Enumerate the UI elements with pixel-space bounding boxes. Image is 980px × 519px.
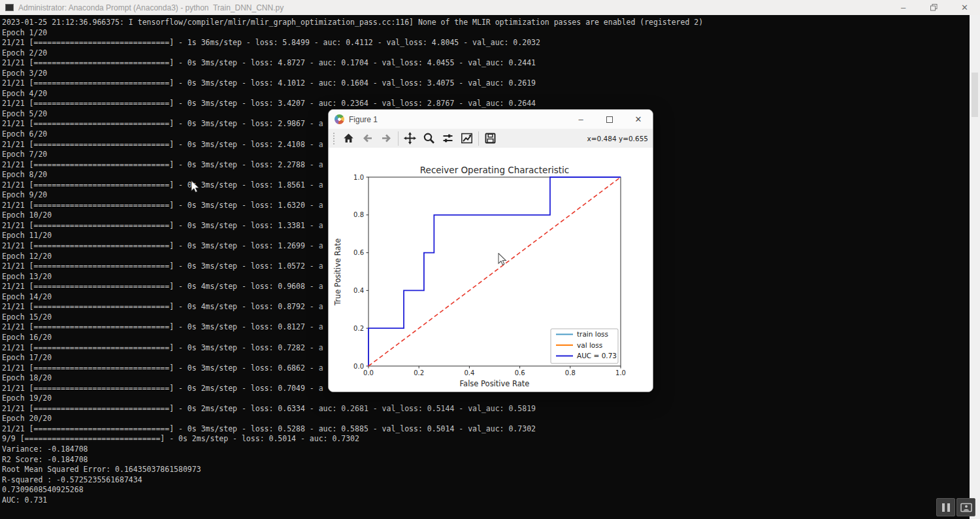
console-scrollbar[interactable] (970, 15, 980, 519)
legend-label: val loss (577, 341, 602, 349)
roc-plot: Receiver Operating Characteristic 0.00.2… (329, 148, 653, 392)
terminal-line: Epoch 19/20 (2, 393, 970, 404)
pause-icon (942, 503, 945, 512)
y-tick-label: 0.2 (353, 325, 364, 332)
terminal-line: Epoch 1/20 (2, 28, 970, 39)
x-tick-label: 0.0 (363, 369, 374, 377)
minimize-button[interactable]: – (888, 0, 919, 15)
restore-button[interactable] (919, 0, 949, 15)
legend-label: AUC = 0.73 (577, 352, 617, 360)
figure-window: Figure 1 – ✕ (328, 109, 653, 392)
terminal-line: 0.7309608540925268 (2, 485, 970, 495)
figure-close-button[interactable]: ✕ (624, 110, 653, 129)
toolbar-save-button[interactable] (481, 130, 500, 147)
terminal-line: 21/21 [==============================] -… (2, 424, 970, 435)
restore-icon (930, 4, 938, 11)
toolbar-forward-button[interactable] (377, 130, 396, 147)
toolbar-gripper[interactable] (333, 132, 336, 145)
y-tick-label: 0.8 (353, 211, 364, 218)
terminal-line: 2023-01-25 21:12:36.966375: I tensorflow… (2, 18, 970, 28)
scrollbar-thumb[interactable] (972, 73, 978, 117)
x-tick-label: 1.0 (615, 369, 626, 377)
toolbar-separator (478, 131, 479, 146)
pause-button[interactable] (936, 498, 955, 516)
terminal-line: 21/21 [==============================] -… (2, 78, 970, 89)
figure-canvas[interactable]: Receiver Operating Characteristic 0.00.2… (329, 148, 653, 392)
toolbar-edit-axes-button[interactable] (457, 130, 476, 147)
terminal-line: Root Mean Squared Error: 0.1643503786158… (2, 465, 970, 475)
toolbar-separator (398, 131, 399, 146)
y-tick-label: 0.0 (353, 363, 364, 370)
figure-maximize-button[interactable] (595, 110, 624, 129)
cursor-coords-readout: x=0.484 y=0.655 (587, 135, 653, 142)
home-icon (342, 132, 355, 144)
x-axis-label: False Positive Rate (460, 379, 530, 388)
mouse-cursor (191, 180, 200, 193)
x-tick-label: 0.4 (464, 369, 474, 377)
y-tick-label: 1.0 (353, 174, 364, 181)
x-tick-label: 0.6 (515, 369, 525, 377)
terminal-line: AUC: 0.731 (2, 495, 970, 506)
toolbar-zoom-button[interactable] (419, 130, 438, 147)
pan-icon (404, 132, 416, 144)
sliders-icon (442, 132, 454, 144)
x-tick-label: 0.2 (414, 369, 424, 377)
screenshot-button[interactable] (956, 498, 975, 516)
terminal-line: 21/21 [==============================] -… (2, 58, 970, 69)
recorder-controls (936, 498, 975, 516)
chart-title: Receiver Operating Characteristic (420, 165, 569, 175)
console-window-title: Administrator: Anaconda Prompt (Anaconda… (18, 3, 284, 12)
y-axis-label: True Positive Rate (333, 239, 342, 306)
close-button[interactable]: ✕ (949, 0, 980, 15)
save-icon (484, 132, 497, 144)
terminal-line: Epoch 2/20 (2, 48, 970, 59)
back-arrow-icon (361, 132, 374, 144)
terminal-line: 21/21 [==============================] -… (2, 38, 970, 48)
terminal-line: Epoch 20/20 (2, 414, 970, 424)
legend: train lossval lossAUC = 0.73 (551, 329, 618, 363)
toolbar-subplots-button[interactable] (438, 130, 457, 147)
console-app-icon (5, 4, 14, 11)
picture-icon (960, 503, 972, 512)
terminal-line: 21/21 [==============================] -… (2, 99, 970, 109)
pause-icon (947, 503, 950, 512)
terminal-line: R2 Score: -0.184708 (2, 455, 970, 465)
terminal-line: 9/9 [==============================] - 0… (2, 434, 970, 444)
matplotlib-logo-icon (335, 114, 344, 124)
legend-label: train loss (577, 330, 608, 338)
maximize-icon (606, 116, 613, 123)
toolbar-home-button[interactable] (339, 130, 358, 147)
magnifier-icon (423, 132, 435, 144)
figure-window-title: Figure 1 (349, 115, 378, 124)
mouse-cursor (498, 253, 507, 266)
figure-titlebar[interactable]: Figure 1 – ✕ (329, 110, 653, 129)
terminal-line: Variance: -0.184708 (2, 444, 970, 455)
figure-minimize-button[interactable]: – (566, 110, 595, 129)
y-tick-label: 0.4 (353, 287, 364, 294)
terminal-line: 21/21 [==============================] -… (2, 404, 970, 414)
terminal-line: Epoch 3/20 (2, 69, 970, 79)
console-titlebar[interactable]: Administrator: Anaconda Prompt (Anaconda… (0, 0, 980, 15)
terminal-line: R-squared : -0.5725235561687434 (2, 475, 970, 486)
figure-toolbar: x=0.484 y=0.655 (329, 129, 653, 148)
toolbar-back-button[interactable] (358, 130, 377, 147)
x-tick-label: 0.8 (565, 369, 576, 377)
y-tick-label: 0.6 (353, 249, 364, 256)
line-chart-icon (461, 132, 473, 144)
screen: Administrator: Anaconda Prompt (Anaconda… (0, 0, 980, 519)
forward-arrow-icon (380, 132, 393, 144)
terminal-line: Epoch 4/20 (2, 89, 970, 99)
toolbar-pan-button[interactable] (400, 130, 419, 147)
